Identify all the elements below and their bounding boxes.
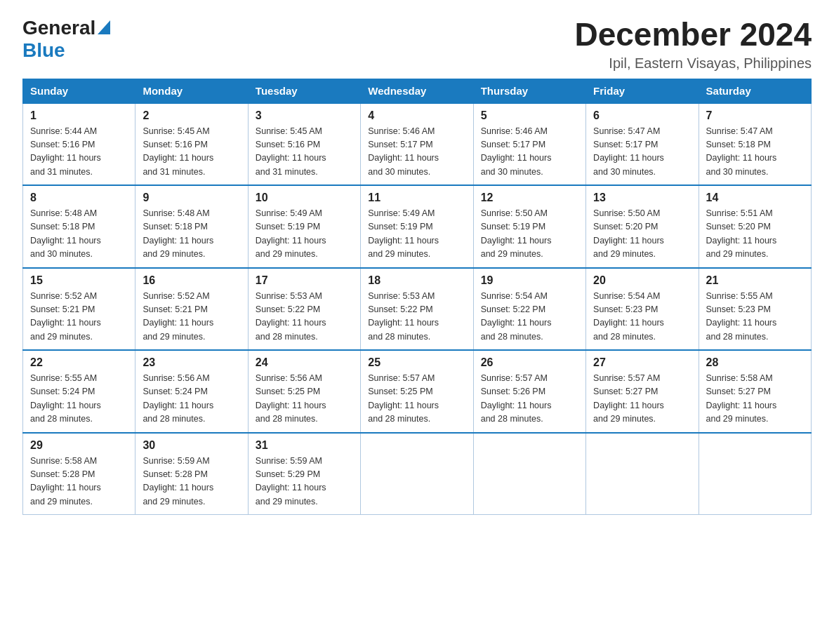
- calendar-day-5: 5Sunrise: 5:46 AMSunset: 5:17 PMDaylight…: [473, 103, 585, 186]
- calendar-day-15: 15Sunrise: 5:52 AMSunset: 5:21 PMDayligh…: [23, 268, 135, 351]
- day-number: 12: [481, 192, 578, 204]
- day-number: 18: [368, 274, 465, 287]
- day-info: Sunrise: 5:51 AMSunset: 5:20 PMDaylight:…: [706, 207, 804, 262]
- day-info: Sunrise: 5:59 AMSunset: 5:28 PMDaylight:…: [143, 455, 240, 509]
- calendar-day-29: 29Sunrise: 5:58 AMSunset: 5:28 PMDayligh…: [23, 433, 135, 515]
- logo-triangle-icon: [98, 20, 110, 37]
- day-number: 15: [30, 274, 128, 287]
- day-info: Sunrise: 5:48 AMSunset: 5:18 PMDaylight:…: [30, 207, 128, 262]
- day-info: Sunrise: 5:46 AMSunset: 5:17 PMDaylight:…: [368, 125, 465, 180]
- day-number: 22: [30, 356, 128, 369]
- day-info: Sunrise: 5:57 AMSunset: 5:25 PMDaylight:…: [368, 372, 465, 427]
- day-info: Sunrise: 5:44 AMSunset: 5:16 PMDaylight:…: [30, 125, 128, 180]
- logo: General Blue: [22, 17, 110, 62]
- calendar-week-row: 8Sunrise: 5:48 AMSunset: 5:18 PMDaylight…: [23, 185, 812, 268]
- calendar-week-row: 1Sunrise: 5:44 AMSunset: 5:16 PMDaylight…: [23, 103, 812, 186]
- day-number: 1: [30, 109, 128, 122]
- calendar-day-23: 23Sunrise: 5:56 AMSunset: 5:24 PMDayligh…: [135, 350, 248, 433]
- day-info: Sunrise: 5:54 AMSunset: 5:23 PMDaylight:…: [593, 290, 691, 344]
- calendar-day-17: 17Sunrise: 5:53 AMSunset: 5:22 PMDayligh…: [248, 268, 360, 351]
- day-info: Sunrise: 5:55 AMSunset: 5:23 PMDaylight:…: [706, 290, 804, 344]
- calendar-empty-cell: [699, 433, 811, 515]
- calendar-title: December 2024: [574, 17, 812, 53]
- calendar-week-row: 29Sunrise: 5:58 AMSunset: 5:28 PMDayligh…: [23, 433, 812, 515]
- calendar-empty-cell: [473, 433, 585, 515]
- day-info: Sunrise: 5:59 AMSunset: 5:29 PMDaylight:…: [256, 455, 353, 509]
- day-number: 4: [368, 109, 465, 122]
- calendar-day-14: 14Sunrise: 5:51 AMSunset: 5:20 PMDayligh…: [699, 185, 811, 268]
- day-info: Sunrise: 5:52 AMSunset: 5:21 PMDaylight:…: [143, 290, 240, 344]
- calendar-day-11: 11Sunrise: 5:49 AMSunset: 5:19 PMDayligh…: [361, 185, 473, 268]
- calendar-header-friday: Friday: [586, 79, 699, 103]
- day-info: Sunrise: 5:49 AMSunset: 5:19 PMDaylight:…: [256, 207, 353, 262]
- calendar-day-22: 22Sunrise: 5:55 AMSunset: 5:24 PMDayligh…: [23, 350, 135, 433]
- calendar-header-tuesday: Tuesday: [248, 79, 360, 103]
- calendar-day-24: 24Sunrise: 5:56 AMSunset: 5:25 PMDayligh…: [248, 350, 360, 433]
- calendar-header-sunday: Sunday: [23, 79, 135, 103]
- day-number: 16: [143, 274, 240, 287]
- calendar-day-12: 12Sunrise: 5:50 AMSunset: 5:19 PMDayligh…: [473, 185, 585, 268]
- day-number: 25: [368, 356, 465, 369]
- day-info: Sunrise: 5:58 AMSunset: 5:27 PMDaylight:…: [706, 372, 804, 427]
- day-number: 9: [143, 192, 240, 204]
- calendar-day-13: 13Sunrise: 5:50 AMSunset: 5:20 PMDayligh…: [586, 185, 699, 268]
- calendar-day-18: 18Sunrise: 5:53 AMSunset: 5:22 PMDayligh…: [361, 268, 473, 351]
- calendar-header-row: SundayMondayTuesdayWednesdayThursdayFrid…: [23, 79, 812, 103]
- day-number: 10: [256, 192, 353, 204]
- calendar-table: SundayMondayTuesdayWednesdayThursdayFrid…: [22, 79, 812, 516]
- calendar-day-3: 3Sunrise: 5:45 AMSunset: 5:16 PMDaylight…: [248, 103, 360, 186]
- calendar-day-1: 1Sunrise: 5:44 AMSunset: 5:16 PMDaylight…: [23, 103, 135, 186]
- day-number: 14: [706, 192, 804, 204]
- day-info: Sunrise: 5:53 AMSunset: 5:22 PMDaylight:…: [256, 290, 353, 344]
- day-info: Sunrise: 5:52 AMSunset: 5:21 PMDaylight:…: [30, 290, 128, 344]
- day-number: 17: [256, 274, 353, 287]
- day-number: 5: [481, 109, 578, 122]
- calendar-day-9: 9Sunrise: 5:48 AMSunset: 5:18 PMDaylight…: [135, 185, 248, 268]
- calendar-day-7: 7Sunrise: 5:47 AMSunset: 5:18 PMDaylight…: [699, 103, 811, 186]
- day-number: 30: [143, 439, 240, 452]
- day-number: 8: [30, 192, 128, 204]
- day-info: Sunrise: 5:50 AMSunset: 5:20 PMDaylight:…: [593, 207, 691, 262]
- calendar-day-4: 4Sunrise: 5:46 AMSunset: 5:17 PMDaylight…: [361, 103, 473, 186]
- day-number: 26: [481, 356, 578, 369]
- calendar-day-8: 8Sunrise: 5:48 AMSunset: 5:18 PMDaylight…: [23, 185, 135, 268]
- day-number: 29: [30, 439, 128, 452]
- calendar-day-19: 19Sunrise: 5:54 AMSunset: 5:22 PMDayligh…: [473, 268, 585, 351]
- day-number: 3: [256, 109, 353, 122]
- day-number: 13: [593, 192, 691, 204]
- day-number: 31: [256, 439, 353, 452]
- header: General Blue December 2024 Ipil, Eastern…: [22, 17, 812, 72]
- day-number: 24: [256, 356, 353, 369]
- day-info: Sunrise: 5:45 AMSunset: 5:16 PMDaylight:…: [256, 125, 353, 180]
- day-number: 23: [143, 356, 240, 369]
- day-info: Sunrise: 5:55 AMSunset: 5:24 PMDaylight:…: [30, 372, 128, 427]
- calendar-location: Ipil, Eastern Visayas, Philippines: [574, 55, 812, 72]
- day-info: Sunrise: 5:57 AMSunset: 5:27 PMDaylight:…: [593, 372, 691, 427]
- calendar-day-26: 26Sunrise: 5:57 AMSunset: 5:26 PMDayligh…: [473, 350, 585, 433]
- day-number: 2: [143, 109, 240, 122]
- calendar-day-6: 6Sunrise: 5:47 AMSunset: 5:17 PMDaylight…: [586, 103, 699, 186]
- calendar-day-28: 28Sunrise: 5:58 AMSunset: 5:27 PMDayligh…: [699, 350, 811, 433]
- day-number: 28: [706, 356, 804, 369]
- day-info: Sunrise: 5:49 AMSunset: 5:19 PMDaylight:…: [368, 207, 465, 262]
- calendar-empty-cell: [361, 433, 473, 515]
- calendar-day-2: 2Sunrise: 5:45 AMSunset: 5:16 PMDaylight…: [135, 103, 248, 186]
- day-info: Sunrise: 5:47 AMSunset: 5:17 PMDaylight:…: [593, 125, 691, 180]
- day-number: 7: [706, 109, 804, 122]
- day-info: Sunrise: 5:46 AMSunset: 5:17 PMDaylight:…: [481, 125, 578, 180]
- day-info: Sunrise: 5:54 AMSunset: 5:22 PMDaylight:…: [481, 290, 578, 344]
- calendar-day-30: 30Sunrise: 5:59 AMSunset: 5:28 PMDayligh…: [135, 433, 248, 515]
- title-block: December 2024 Ipil, Eastern Visayas, Phi…: [574, 17, 812, 72]
- calendar-header-monday: Monday: [135, 79, 248, 103]
- calendar-day-31: 31Sunrise: 5:59 AMSunset: 5:29 PMDayligh…: [248, 433, 360, 515]
- day-info: Sunrise: 5:58 AMSunset: 5:28 PMDaylight:…: [30, 455, 128, 509]
- day-info: Sunrise: 5:50 AMSunset: 5:19 PMDaylight:…: [481, 207, 578, 262]
- day-info: Sunrise: 5:57 AMSunset: 5:26 PMDaylight:…: [481, 372, 578, 427]
- day-number: 6: [593, 109, 691, 122]
- calendar-day-21: 21Sunrise: 5:55 AMSunset: 5:23 PMDayligh…: [699, 268, 811, 351]
- day-number: 27: [593, 356, 691, 369]
- calendar-day-16: 16Sunrise: 5:52 AMSunset: 5:21 PMDayligh…: [135, 268, 248, 351]
- day-number: 21: [706, 274, 804, 287]
- calendar-empty-cell: [586, 433, 699, 515]
- logo-blue-text: Blue: [22, 39, 65, 61]
